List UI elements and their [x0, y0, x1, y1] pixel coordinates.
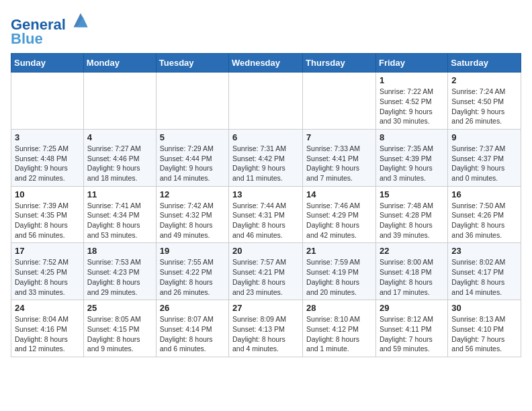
day-of-week-header: Saturday [448, 54, 521, 73]
day-number: 28 [306, 303, 372, 313]
day-info: Sunrise: 8:13 AM Sunset: 4:10 PM Dayligh… [451, 314, 517, 354]
calendar-day: 16Sunrise: 7:50 AM Sunset: 4:26 PM Dayli… [448, 186, 521, 243]
day-number: 5 [160, 132, 225, 142]
day-of-week-header: Monday [83, 54, 156, 73]
day-number: 16 [451, 189, 517, 199]
calendar-empty [11, 73, 84, 130]
day-info: Sunrise: 8:04 AM Sunset: 4:16 PM Dayligh… [15, 314, 80, 354]
calendar-day: 25Sunrise: 8:05 AM Sunset: 4:15 PM Dayli… [83, 300, 156, 357]
day-info: Sunrise: 7:33 AM Sunset: 4:41 PM Dayligh… [306, 144, 372, 183]
day-info: Sunrise: 7:27 AM Sunset: 4:46 PM Dayligh… [87, 144, 152, 183]
calendar-day: 10Sunrise: 7:39 AM Sunset: 4:35 PM Dayli… [11, 186, 84, 243]
calendar-empty [156, 73, 228, 130]
day-number: 9 [451, 132, 517, 142]
calendar-day: 27Sunrise: 8:09 AM Sunset: 4:13 PM Dayli… [229, 300, 303, 357]
calendar-day: 15Sunrise: 7:48 AM Sunset: 4:28 PM Dayli… [375, 186, 447, 243]
calendar-day: 1Sunrise: 7:22 AM Sunset: 4:52 PM Daylig… [375, 73, 447, 130]
day-info: Sunrise: 7:59 AM Sunset: 4:19 PM Dayligh… [306, 257, 372, 297]
day-info: Sunrise: 7:35 AM Sunset: 4:39 PM Dayligh… [380, 144, 444, 183]
day-number: 20 [232, 246, 299, 256]
calendar-day: 21Sunrise: 7:59 AM Sunset: 4:19 PM Dayli… [303, 243, 376, 300]
day-of-week-header: Friday [375, 54, 447, 73]
calendar-week-row: 10Sunrise: 7:39 AM Sunset: 4:35 PM Dayli… [11, 186, 521, 243]
day-info: Sunrise: 8:07 AM Sunset: 4:14 PM Dayligh… [160, 314, 225, 354]
day-number: 13 [232, 189, 299, 199]
calendar-day: 3Sunrise: 7:25 AM Sunset: 4:48 PM Daylig… [11, 129, 84, 186]
calendar-day: 4Sunrise: 7:27 AM Sunset: 4:46 PM Daylig… [83, 129, 156, 186]
logo-icon [71, 11, 90, 30]
day-number: 21 [306, 246, 372, 256]
day-info: Sunrise: 7:25 AM Sunset: 4:48 PM Dayligh… [15, 144, 80, 183]
day-info: Sunrise: 8:12 AM Sunset: 4:11 PM Dayligh… [380, 314, 444, 354]
calendar-day: 24Sunrise: 8:04 AM Sunset: 4:16 PM Dayli… [11, 300, 84, 357]
calendar-empty [229, 73, 303, 130]
calendar-week-row: 17Sunrise: 7:52 AM Sunset: 4:25 PM Dayli… [11, 243, 521, 300]
calendar-empty [83, 73, 156, 130]
calendar-day: 19Sunrise: 7:55 AM Sunset: 4:22 PM Dayli… [156, 243, 228, 300]
day-of-week-header: Wednesday [229, 54, 303, 73]
day-number: 24 [15, 303, 80, 313]
calendar-day: 5Sunrise: 7:29 AM Sunset: 4:44 PM Daylig… [156, 129, 228, 186]
day-number: 3 [15, 132, 80, 142]
day-number: 15 [380, 189, 444, 199]
day-info: Sunrise: 7:39 AM Sunset: 4:35 PM Dayligh… [15, 201, 80, 240]
day-info: Sunrise: 8:05 AM Sunset: 4:15 PM Dayligh… [87, 314, 152, 354]
day-info: Sunrise: 7:50 AM Sunset: 4:26 PM Dayligh… [451, 201, 517, 240]
day-info: Sunrise: 7:57 AM Sunset: 4:21 PM Dayligh… [232, 257, 299, 297]
day-info: Sunrise: 7:31 AM Sunset: 4:42 PM Dayligh… [232, 144, 299, 183]
day-of-week-header: Tuesday [156, 54, 228, 73]
calendar-week-row: 3Sunrise: 7:25 AM Sunset: 4:48 PM Daylig… [11, 129, 521, 186]
day-number: 23 [451, 246, 517, 256]
logo: General Blue [11, 11, 90, 48]
day-number: 4 [87, 132, 152, 142]
day-number: 25 [87, 303, 152, 313]
calendar-header-row: SundayMondayTuesdayWednesdayThursdayFrid… [11, 54, 521, 73]
day-info: Sunrise: 7:22 AM Sunset: 4:52 PM Dayligh… [380, 87, 444, 126]
day-number: 1 [380, 75, 444, 85]
day-number: 7 [306, 132, 372, 142]
day-info: Sunrise: 7:42 AM Sunset: 4:32 PM Dayligh… [160, 201, 225, 240]
day-of-week-header: Sunday [11, 54, 84, 73]
calendar-day: 17Sunrise: 7:52 AM Sunset: 4:25 PM Dayli… [11, 243, 84, 300]
day-number: 27 [232, 303, 299, 313]
calendar-day: 26Sunrise: 8:07 AM Sunset: 4:14 PM Dayli… [156, 300, 228, 357]
day-info: Sunrise: 7:52 AM Sunset: 4:25 PM Dayligh… [15, 257, 80, 297]
day-number: 30 [451, 303, 517, 313]
calendar-day: 30Sunrise: 8:13 AM Sunset: 4:10 PM Dayli… [448, 300, 521, 357]
day-info: Sunrise: 7:46 AM Sunset: 4:29 PM Dayligh… [306, 201, 372, 240]
calendar-day: 28Sunrise: 8:10 AM Sunset: 4:12 PM Dayli… [303, 300, 376, 357]
day-info: Sunrise: 8:09 AM Sunset: 4:13 PM Dayligh… [232, 314, 299, 354]
calendar-day: 18Sunrise: 7:53 AM Sunset: 4:23 PM Dayli… [83, 243, 156, 300]
day-number: 2 [451, 75, 517, 85]
calendar-week-row: 1Sunrise: 7:22 AM Sunset: 4:52 PM Daylig… [11, 73, 521, 130]
day-info: Sunrise: 7:55 AM Sunset: 4:22 PM Dayligh… [160, 257, 225, 297]
calendar-week-row: 24Sunrise: 8:04 AM Sunset: 4:16 PM Dayli… [11, 300, 521, 357]
day-info: Sunrise: 7:53 AM Sunset: 4:23 PM Dayligh… [87, 257, 152, 297]
calendar-day: 9Sunrise: 7:37 AM Sunset: 4:37 PM Daylig… [448, 129, 521, 186]
day-of-week-header: Thursday [303, 54, 376, 73]
day-info: Sunrise: 7:48 AM Sunset: 4:28 PM Dayligh… [380, 201, 444, 240]
day-number: 11 [87, 189, 152, 199]
page-header: General Blue [11, 11, 521, 48]
day-info: Sunrise: 7:44 AM Sunset: 4:31 PM Dayligh… [232, 201, 299, 240]
day-info: Sunrise: 8:02 AM Sunset: 4:17 PM Dayligh… [451, 257, 517, 297]
calendar-day: 6Sunrise: 7:31 AM Sunset: 4:42 PM Daylig… [229, 129, 303, 186]
calendar-day: 23Sunrise: 8:02 AM Sunset: 4:17 PM Dayli… [448, 243, 521, 300]
calendar-empty [303, 73, 376, 130]
day-info: Sunrise: 8:10 AM Sunset: 4:12 PM Dayligh… [306, 314, 372, 354]
day-number: 14 [306, 189, 372, 199]
day-number: 12 [160, 189, 225, 199]
calendar-day: 14Sunrise: 7:46 AM Sunset: 4:29 PM Dayli… [303, 186, 376, 243]
calendar-table: SundayMondayTuesdayWednesdayThursdayFrid… [11, 53, 521, 357]
day-info: Sunrise: 7:37 AM Sunset: 4:37 PM Dayligh… [451, 144, 517, 183]
calendar-day: 12Sunrise: 7:42 AM Sunset: 4:32 PM Dayli… [156, 186, 228, 243]
day-number: 10 [15, 189, 80, 199]
calendar-day: 2Sunrise: 7:24 AM Sunset: 4:50 PM Daylig… [448, 73, 521, 130]
day-number: 22 [380, 246, 444, 256]
calendar-day: 11Sunrise: 7:41 AM Sunset: 4:34 PM Dayli… [83, 186, 156, 243]
day-info: Sunrise: 7:29 AM Sunset: 4:44 PM Dayligh… [160, 144, 225, 183]
day-number: 6 [232, 132, 299, 142]
calendar-day: 20Sunrise: 7:57 AM Sunset: 4:21 PM Dayli… [229, 243, 303, 300]
day-number: 17 [15, 246, 80, 256]
calendar-day: 8Sunrise: 7:35 AM Sunset: 4:39 PM Daylig… [375, 129, 447, 186]
